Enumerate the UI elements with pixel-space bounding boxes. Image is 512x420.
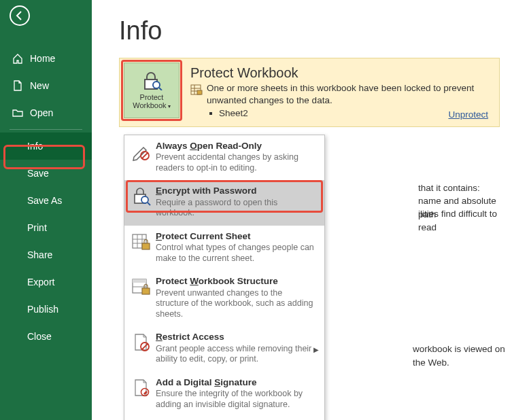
svg-rect-18 [142,243,150,249]
dd-protect-workbook-structure[interactable]: Protect Workbook StructurePrevent unwant… [124,270,324,326]
nav-label: Info [27,141,43,152]
dd-title: Encrypt with Password [156,186,318,196]
readonly-icon [131,142,152,161]
svg-rect-20 [133,279,146,283]
bg-text: ilities find difficult to read [418,207,512,235]
bg-text: workbook is viewed on the Web. [413,343,512,370]
dd-desc: Ensure the integrity of the workbook by … [156,389,318,410]
btn-label: Workbook [133,101,166,109]
nav-export[interactable]: Export [0,268,92,296]
dd-title: Add a Digital Signature [156,377,318,388]
dd-add-digital-signature[interactable]: Add a Digital SignatureEnsure the integr… [124,372,324,417]
bullet-icon [209,112,212,115]
nav-print[interactable]: Print [0,214,92,241]
dd-mark-as-final[interactable]: Mark as FinalLet readers know the docume… [124,417,324,420]
nav-label: Print [27,222,47,233]
nav-label: Save [27,168,49,179]
svg-point-1 [153,82,160,88]
dd-restrict-access[interactable]: Restrict AccessGrant people access while… [124,326,324,371]
svg-rect-7 [197,90,202,94]
nav-home[interactable]: Home [0,45,92,72]
svg-line-24 [142,344,148,349]
svg-point-11 [141,196,148,203]
nav-label: Close [27,331,52,342]
locked-sheet-item: Sheet2 [209,108,490,118]
back-button[interactable] [10,5,30,26]
svg-line-2 [159,88,162,90]
panel-title: Protect Workbook [190,65,490,81]
new-icon [12,80,23,91]
chevron-right-icon: ▶ [313,345,319,353]
backstage-sidebar: Home New Open Info Save Save As Print Sh… [0,0,92,420]
nav-label: New [30,80,49,91]
page-title: Info [119,16,512,46]
nav-label: Save As [27,195,62,206]
restrict-access-icon [131,333,152,352]
nav-label: Open [30,107,53,118]
protect-workbook-panel: ProtectWorkbook ▾ Protect Workbook One o… [119,58,500,127]
dd-protect-current-sheet[interactable]: Protect Current SheetControl what types … [124,226,324,270]
dd-desc: Grant people access while removing their… [156,344,318,365]
dd-title: Protect Workbook Structure [156,276,318,287]
nav-label: Publish [27,304,58,315]
nav-save-as[interactable]: Save As [0,187,92,214]
encrypt-icon [131,187,152,206]
open-icon [12,107,23,118]
dd-encrypt-with-password[interactable]: Encrypt with PasswordRequire a password … [124,180,324,225]
svg-line-12 [148,203,150,205]
signature-icon [131,379,152,398]
nav-separator [10,129,82,130]
nav-info[interactable]: Info [0,133,92,160]
dd-title: Always Open Read-Only [156,141,318,152]
nav-share[interactable]: Share [0,241,92,268]
dd-desc: Control what types of changes people can… [156,243,318,264]
svg-rect-22 [142,288,150,294]
nav-label: Export [27,277,54,287]
protect-workbook-button[interactable]: ProtectWorkbook ▾ [124,63,180,118]
bg-text: that it contains: [418,181,480,195]
dd-always-open-readonly[interactable]: Always Open Read-OnlyPrevent accidental … [124,135,324,180]
sheet-lock-icon [190,84,203,99]
nav-label: Share [27,249,52,260]
unprotect-link[interactable]: Unprotect [448,109,488,120]
nav-close[interactable]: Close [0,323,92,350]
nav-label: Home [30,53,55,64]
dd-desc: Require a password to open this workbook… [156,198,318,219]
protect-structure-icon [131,277,152,296]
panel-message: One or more sheets in this workbook have… [207,82,490,107]
protect-workbook-dropdown: Always Open Read-OnlyPrevent accidental … [124,135,325,420]
home-icon [12,53,23,64]
protect-sheet-icon [131,232,152,251]
sheet-name: Sheet2 [219,108,248,118]
dd-desc: Prevent unwanted changes to the structur… [156,288,318,320]
chevron-down-icon: ▾ [167,103,171,109]
arrow-left-icon [14,10,25,21]
nav-publish[interactable]: Publish [0,296,92,323]
nav-new[interactable]: New [0,72,92,99]
nav-save[interactable]: Save [0,160,92,187]
dd-title: Restrict Access [156,332,318,343]
nav-open[interactable]: Open [0,99,92,126]
dd-title: Protect Current Sheet [156,231,318,242]
dd-desc: Prevent accidental changes by asking rea… [156,152,318,173]
btn-label: Protect [140,93,164,101]
lock-search-icon [140,71,163,90]
